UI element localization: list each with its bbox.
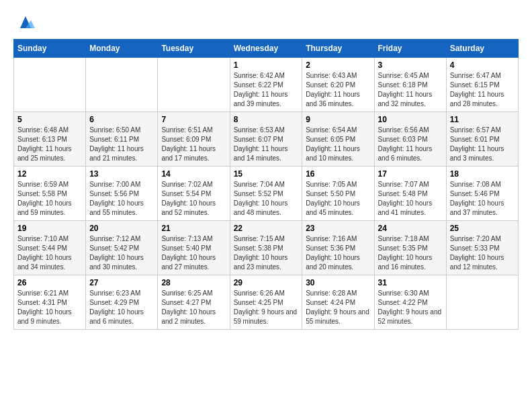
day-number: 9 bbox=[306, 115, 370, 124]
day-info: Sunrise: 6:50 AM Sunset: 6:11 PM Dayligh… bbox=[89, 126, 154, 163]
day-info: Sunrise: 6:59 AM Sunset: 5:58 PM Dayligh… bbox=[17, 180, 82, 218]
calendar-week-row: 5Sunrise: 6:48 AM Sunset: 6:13 PM Daylig… bbox=[14, 112, 519, 167]
day-number: 7 bbox=[161, 115, 226, 124]
calendar-cell: 22Sunrise: 7:15 AM Sunset: 5:38 PM Dayli… bbox=[230, 221, 302, 275]
calendar-cell: 18Sunrise: 7:08 AM Sunset: 5:46 PM Dayli… bbox=[446, 167, 518, 221]
day-info: Sunrise: 7:08 AM Sunset: 5:46 PM Dayligh… bbox=[450, 180, 515, 218]
col-header-thursday: Thursday bbox=[302, 40, 374, 58]
day-number: 3 bbox=[378, 60, 443, 70]
calendar-cell: 1Sunrise: 6:42 AM Sunset: 6:22 PM Daylig… bbox=[230, 58, 302, 112]
day-number: 2 bbox=[306, 60, 370, 70]
calendar-cell: 7Sunrise: 6:51 AM Sunset: 6:09 PM Daylig… bbox=[158, 112, 230, 167]
day-info: Sunrise: 7:15 AM Sunset: 5:38 PM Dayligh… bbox=[234, 234, 299, 272]
calendar-cell: 14Sunrise: 7:02 AM Sunset: 5:54 PM Dayli… bbox=[158, 167, 230, 221]
calendar-cell: 29Sunrise: 6:26 AM Sunset: 4:25 PM Dayli… bbox=[230, 275, 302, 330]
day-info: Sunrise: 7:04 AM Sunset: 5:52 PM Dayligh… bbox=[234, 180, 299, 218]
day-number: 28 bbox=[161, 278, 226, 287]
day-number: 8 bbox=[234, 115, 299, 124]
calendar-cell: 23Sunrise: 7:16 AM Sunset: 5:36 PM Dayli… bbox=[302, 221, 374, 275]
day-info: Sunrise: 7:05 AM Sunset: 5:50 PM Dayligh… bbox=[306, 180, 370, 218]
col-header-monday: Monday bbox=[86, 40, 158, 58]
day-info: Sunrise: 6:25 AM Sunset: 4:27 PM Dayligh… bbox=[161, 289, 226, 326]
calendar-cell: 3Sunrise: 6:45 AM Sunset: 6:18 PM Daylig… bbox=[374, 58, 446, 112]
day-info: Sunrise: 6:47 AM Sunset: 6:15 PM Dayligh… bbox=[450, 71, 515, 109]
day-number: 16 bbox=[306, 169, 370, 179]
day-number: 12 bbox=[17, 169, 82, 179]
day-number: 13 bbox=[89, 169, 154, 179]
calendar-cell: 31Sunrise: 6:30 AM Sunset: 4:22 PM Dayli… bbox=[374, 275, 446, 330]
day-info: Sunrise: 7:00 AM Sunset: 5:56 PM Dayligh… bbox=[89, 180, 154, 218]
day-info: Sunrise: 6:51 AM Sunset: 6:09 PM Dayligh… bbox=[161, 126, 226, 163]
day-info: Sunrise: 7:07 AM Sunset: 5:48 PM Dayligh… bbox=[378, 180, 443, 218]
calendar-cell: 5Sunrise: 6:48 AM Sunset: 6:13 PM Daylig… bbox=[14, 112, 86, 167]
calendar-week-row: 19Sunrise: 7:10 AM Sunset: 5:44 PM Dayli… bbox=[14, 221, 519, 275]
calendar-cell: 8Sunrise: 6:53 AM Sunset: 6:07 PM Daylig… bbox=[230, 112, 302, 167]
day-info: Sunrise: 7:12 AM Sunset: 5:42 PM Dayligh… bbox=[89, 234, 154, 272]
day-number: 21 bbox=[161, 224, 226, 233]
calendar-table: SundayMondayTuesdayWednesdayThursdayFrid… bbox=[13, 39, 519, 330]
calendar-cell: 12Sunrise: 6:59 AM Sunset: 5:58 PM Dayli… bbox=[14, 167, 86, 221]
col-header-tuesday: Tuesday bbox=[158, 40, 230, 58]
calendar-cell: 11Sunrise: 6:57 AM Sunset: 6:01 PM Dayli… bbox=[446, 112, 518, 167]
day-info: Sunrise: 7:16 AM Sunset: 5:36 PM Dayligh… bbox=[306, 234, 370, 272]
day-info: Sunrise: 6:23 AM Sunset: 4:29 PM Dayligh… bbox=[89, 289, 154, 326]
day-number: 15 bbox=[234, 169, 299, 179]
day-number: 22 bbox=[234, 224, 299, 233]
day-number: 11 bbox=[450, 115, 515, 124]
calendar-cell: 19Sunrise: 7:10 AM Sunset: 5:44 PM Dayli… bbox=[14, 221, 86, 275]
calendar-week-row: 1Sunrise: 6:42 AM Sunset: 6:22 PM Daylig… bbox=[14, 58, 519, 112]
calendar-cell bbox=[158, 58, 230, 112]
day-number: 23 bbox=[306, 224, 370, 233]
day-info: Sunrise: 6:48 AM Sunset: 6:13 PM Dayligh… bbox=[17, 126, 82, 163]
page-header bbox=[13, 13, 519, 32]
col-header-sunday: Sunday bbox=[14, 40, 86, 58]
calendar-cell bbox=[14, 58, 86, 112]
calendar-cell: 30Sunrise: 6:28 AM Sunset: 4:24 PM Dayli… bbox=[302, 275, 374, 330]
calendar-cell: 9Sunrise: 6:54 AM Sunset: 6:05 PM Daylig… bbox=[302, 112, 374, 167]
day-info: Sunrise: 6:54 AM Sunset: 6:05 PM Dayligh… bbox=[306, 126, 370, 163]
day-number: 26 bbox=[17, 278, 82, 287]
calendar-cell: 4Sunrise: 6:47 AM Sunset: 6:15 PM Daylig… bbox=[446, 58, 518, 112]
day-info: Sunrise: 7:10 AM Sunset: 5:44 PM Dayligh… bbox=[17, 234, 82, 272]
day-number: 4 bbox=[450, 60, 515, 70]
calendar-cell: 26Sunrise: 6:21 AM Sunset: 4:31 PM Dayli… bbox=[14, 275, 86, 330]
calendar-cell: 10Sunrise: 6:56 AM Sunset: 6:03 PM Dayli… bbox=[374, 112, 446, 167]
calendar-cell: 24Sunrise: 7:18 AM Sunset: 5:35 PM Dayli… bbox=[374, 221, 446, 275]
day-info: Sunrise: 6:42 AM Sunset: 6:22 PM Dayligh… bbox=[234, 71, 299, 109]
day-info: Sunrise: 7:20 AM Sunset: 5:33 PM Dayligh… bbox=[450, 234, 515, 272]
logo-icon bbox=[16, 13, 35, 32]
day-number: 29 bbox=[234, 278, 299, 287]
calendar-cell: 21Sunrise: 7:13 AM Sunset: 5:40 PM Dayli… bbox=[158, 221, 230, 275]
day-info: Sunrise: 6:57 AM Sunset: 6:01 PM Dayligh… bbox=[450, 126, 515, 163]
calendar-header-row: SundayMondayTuesdayWednesdayThursdayFrid… bbox=[14, 40, 519, 58]
calendar-cell: 13Sunrise: 7:00 AM Sunset: 5:56 PM Dayli… bbox=[86, 167, 158, 221]
day-info: Sunrise: 6:56 AM Sunset: 6:03 PM Dayligh… bbox=[378, 126, 443, 163]
day-number: 14 bbox=[161, 169, 226, 179]
col-header-wednesday: Wednesday bbox=[230, 40, 302, 58]
calendar-cell bbox=[86, 58, 158, 112]
day-number: 10 bbox=[378, 115, 443, 124]
day-number: 20 bbox=[89, 224, 154, 233]
calendar-week-row: 12Sunrise: 6:59 AM Sunset: 5:58 PM Dayli… bbox=[14, 167, 519, 221]
logo bbox=[13, 13, 35, 32]
day-info: Sunrise: 6:43 AM Sunset: 6:20 PM Dayligh… bbox=[306, 71, 370, 109]
calendar-cell: 28Sunrise: 6:25 AM Sunset: 4:27 PM Dayli… bbox=[158, 275, 230, 330]
day-info: Sunrise: 6:53 AM Sunset: 6:07 PM Dayligh… bbox=[234, 126, 299, 163]
day-number: 1 bbox=[234, 60, 299, 70]
calendar-cell: 25Sunrise: 7:20 AM Sunset: 5:33 PM Dayli… bbox=[446, 221, 518, 275]
calendar-cell: 2Sunrise: 6:43 AM Sunset: 6:20 PM Daylig… bbox=[302, 58, 374, 112]
day-info: Sunrise: 7:13 AM Sunset: 5:40 PM Dayligh… bbox=[161, 234, 226, 272]
day-info: Sunrise: 6:28 AM Sunset: 4:24 PM Dayligh… bbox=[306, 289, 370, 326]
day-info: Sunrise: 6:45 AM Sunset: 6:18 PM Dayligh… bbox=[378, 71, 443, 109]
day-number: 27 bbox=[89, 278, 154, 287]
day-number: 31 bbox=[378, 278, 443, 287]
calendar-cell: 15Sunrise: 7:04 AM Sunset: 5:52 PM Dayli… bbox=[230, 167, 302, 221]
calendar-cell: 6Sunrise: 6:50 AM Sunset: 6:11 PM Daylig… bbox=[86, 112, 158, 167]
day-number: 24 bbox=[378, 224, 443, 233]
day-number: 5 bbox=[17, 115, 82, 124]
calendar-cell: 17Sunrise: 7:07 AM Sunset: 5:48 PM Dayli… bbox=[374, 167, 446, 221]
day-info: Sunrise: 7:18 AM Sunset: 5:35 PM Dayligh… bbox=[378, 234, 443, 272]
calendar-cell: 20Sunrise: 7:12 AM Sunset: 5:42 PM Dayli… bbox=[86, 221, 158, 275]
calendar-week-row: 26Sunrise: 6:21 AM Sunset: 4:31 PM Dayli… bbox=[14, 275, 519, 330]
day-number: 30 bbox=[306, 278, 370, 287]
